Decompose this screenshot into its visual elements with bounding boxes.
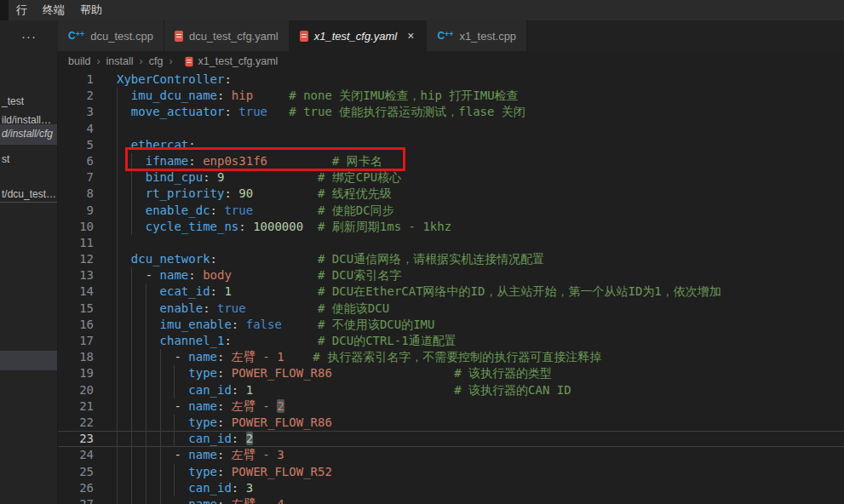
code-line[interactable]: 15enable: true # 使能该DCU (58, 301, 844, 317)
code-line[interactable]: 20can_id: 1 # 该执行器的CAN ID (58, 382, 844, 398)
indent-guides (117, 267, 146, 284)
line-number: 16 (58, 317, 106, 333)
code-line[interactable]: 13- name: body # DCU索引名字 (58, 267, 844, 284)
sidebar-item[interactable]: st (0, 150, 57, 169)
code-line[interactable]: 19type: POWER_FLOW_R86 # 该执行器的类型 (58, 365, 844, 381)
tab-label: dcu_test.cpp (90, 30, 153, 43)
code-line[interactable]: 12dcu_network: # DCU通信网络，请根据实机连接情况配置 (58, 251, 844, 267)
code-tokens: imu_dcu_name: hip # none 关闭IMU检查，hip 打开I… (131, 88, 519, 104)
menu-item[interactable]: 终端 (35, 0, 72, 20)
tab-dcu_test_cfg.yaml[interactable]: dcu_test_cfg.yaml (164, 20, 290, 51)
line-number: 26 (58, 480, 106, 496)
code-line[interactable]: 5ethercat: (58, 137, 844, 153)
tab-bar-left-zone: ··· (0, 20, 58, 51)
indent-guides (117, 88, 131, 104)
code-line[interactable]: 21- name: 左臂 - 2 (58, 398, 844, 415)
menu-corner-block (0, 0, 9, 20)
close-icon[interactable]: × (405, 30, 416, 42)
line-number: 17 (58, 333, 106, 349)
tab-dcu_test.cpp[interactable]: C++dcu_test.cpp (58, 20, 164, 51)
indent-guides (117, 317, 160, 333)
code-line[interactable]: 22type: POWER_FLOW_R86 (58, 415, 844, 431)
line-number: 1 (58, 72, 106, 88)
indent-guides (117, 398, 174, 415)
breadcrumb-item[interactable]: install (106, 55, 134, 67)
tabs-container: C++dcu_test.cppdcu_test_cfg.yamlx1_test_… (58, 20, 527, 51)
line-number: 20 (58, 382, 106, 398)
code-line[interactable]: 2imu_dcu_name: hip # none 关闭IMU检查，hip 打开… (58, 88, 844, 104)
code-tokens: can_id: 2 (188, 431, 253, 447)
code-line[interactable]: 1XyberController: (58, 72, 844, 88)
code-line[interactable]: 3move_actuator: true # true 使能执行器运动测试，fl… (58, 104, 844, 120)
code-tokens: bind_cpu: 9 # 绑定CPU核心 (146, 169, 401, 186)
code-line[interactable]: 17channel_1: # DCU的CTRL-1通道配置 (58, 333, 844, 349)
code-tokens: type: POWER_FLOW_R86 (188, 415, 332, 431)
code-line[interactable]: 9enable_dc: true # 使能DC同步 (58, 203, 844, 219)
editor[interactable]: build›install›cfg›x1_test_cfg.yaml 1Xybe… (58, 51, 844, 504)
line-number: 19 (58, 365, 106, 381)
menu-item[interactable]: 帮助 (72, 0, 110, 20)
yaml-icon (175, 31, 183, 42)
indent-guides (117, 203, 146, 219)
code-line[interactable]: 8rt_priority: 90 # 线程优先级 (58, 186, 844, 202)
line-number: 21 (58, 398, 106, 415)
indent-guides (117, 235, 131, 251)
indent-guides (117, 121, 131, 137)
code-tokens: ethercat: (131, 137, 196, 153)
code-tokens: dcu_network: # DCU通信网络，请根据实机连接情况配置 (131, 251, 544, 267)
code-line[interactable]: 14ecat_id: 1 # DCU在EtherCAT网络中的ID，从主站开始，… (58, 284, 844, 300)
indent-guides (117, 447, 174, 463)
vscode-window: 行终端帮助 ··· C++dcu_test.cppdcu_test_cfg.ya… (0, 0, 844, 504)
code-line[interactable]: 25type: POWER_FLOW_R52 (58, 464, 844, 480)
code-line[interactable]: 24- name: 左臂 - 3 (58, 447, 844, 463)
indent-guides (117, 480, 188, 496)
tab-x1_test_cfg.yaml[interactable]: x1_test_cfg.yaml× (290, 20, 428, 51)
code-tokens: move_actuator: true # true 使能执行器运动测试，fla… (131, 104, 525, 120)
tab-label: x1_test.cpp (460, 30, 517, 43)
line-number: 2 (58, 88, 106, 104)
line-number: 18 (58, 349, 106, 365)
code-area[interactable]: 1XyberController:2imu_dcu_name: hip # no… (58, 72, 844, 504)
code-line[interactable]: 6ifname: enp0s31f6 # 网卡名 (58, 153, 844, 169)
code-tokens: enable_dc: true # 使能DC同步 (146, 203, 394, 219)
code-line[interactable]: 26can_id: 3 (58, 480, 844, 496)
sidebar-item[interactable] (0, 351, 57, 370)
breadcrumb-separator: › (140, 55, 143, 67)
menu-bar: 行终端帮助 (0, 0, 844, 20)
breadcrumb-file[interactable]: x1_test_cfg.yaml (198, 55, 278, 67)
code-tokens: - name: 左臂 - 3 (174, 447, 284, 463)
indent-guides (117, 104, 131, 120)
more-actions-icon[interactable]: ··· (21, 30, 37, 43)
code-line[interactable]: 11 (58, 235, 844, 251)
code-tokens: ecat_id: 1 # DCU在EtherCAT网络中的ID，从主站开始，第一… (160, 284, 721, 300)
code-line[interactable]: 23can_id: 2 (58, 431, 844, 447)
menu-item[interactable]: 行 (9, 0, 35, 20)
indent-guides (117, 284, 160, 300)
breadcrumb-item[interactable]: cfg (149, 55, 164, 67)
code-line[interactable]: 18- name: 左臂 - 1 # 执行器索引名字，不需要控制的执行器可直接注… (58, 349, 844, 365)
line-number: 8 (58, 186, 106, 202)
tab-label: x1_test_cfg.yaml (314, 30, 398, 43)
line-number: 10 (58, 219, 106, 235)
code-line[interactable]: 4 (58, 121, 844, 137)
code-line[interactable]: 7bind_cpu: 9 # 绑定CPU核心 (58, 169, 844, 186)
line-number: 14 (58, 284, 106, 300)
line-number: 12 (58, 251, 106, 267)
sidebar-item[interactable]: d/install/cfg (0, 124, 57, 145)
code-line[interactable]: 16imu_enable: false # 不使用该DCU的IMU (58, 317, 844, 333)
tab-x1_test.cpp[interactable]: C++x1_test.cpp (427, 20, 527, 51)
tab-bar-filler (527, 20, 844, 51)
line-number: 15 (58, 301, 106, 317)
code-line[interactable]: 27- name: 左臂 - 4 (58, 496, 844, 504)
code-line[interactable]: 10cycle_time_ns: 1000000 # 刷新周期1ms - 1kh… (58, 219, 844, 235)
sidebar-item[interactable]: t/dcu_test… (0, 185, 57, 203)
sidebar-item[interactable]: _test (0, 92, 57, 111)
code-tokens: can_id: 3 (188, 480, 253, 496)
indent-guides (117, 301, 160, 317)
menu-items: 行终端帮助 (9, 0, 110, 20)
breadcrumb: build›install›cfg›x1_test_cfg.yaml (58, 51, 844, 72)
cpp-icon: C++ (68, 30, 84, 42)
breadcrumb-item[interactable]: build (68, 55, 90, 67)
line-number: 24 (58, 447, 106, 463)
line-number: 27 (58, 496, 106, 504)
